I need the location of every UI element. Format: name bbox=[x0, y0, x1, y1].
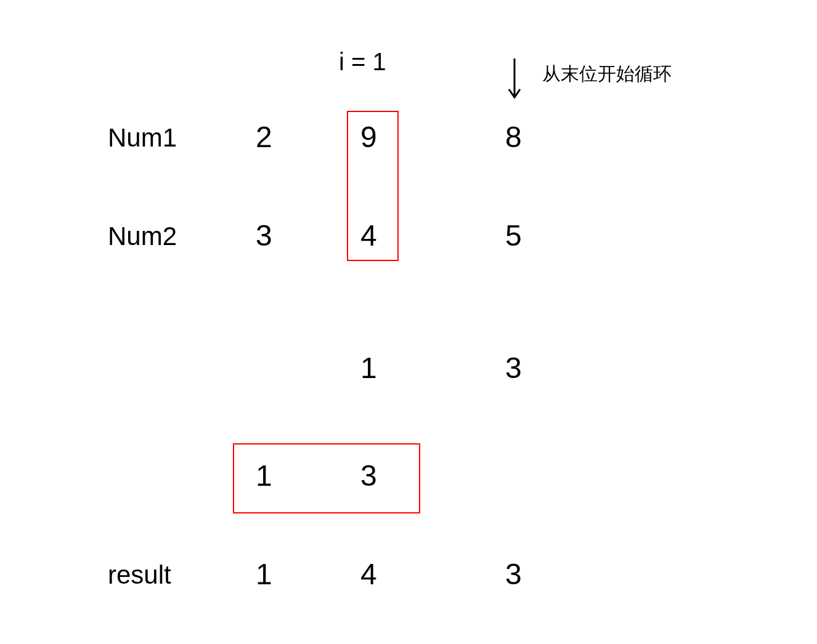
num1-digit-0: 2 bbox=[256, 120, 272, 154]
partial1-digit-1: 1 bbox=[360, 351, 377, 385]
highlight-box-partial bbox=[233, 443, 420, 513]
result-digit-2: 3 bbox=[505, 557, 522, 591]
arrow-annotation: 从末位开始循环 bbox=[542, 62, 672, 87]
index-label: i = 1 bbox=[339, 48, 386, 76]
result-digit-1: 4 bbox=[360, 557, 377, 591]
result-label: result bbox=[108, 560, 171, 590]
num1-digit-2: 8 bbox=[505, 120, 522, 154]
num1-label: Num1 bbox=[108, 123, 177, 153]
num2-digit-2: 5 bbox=[505, 219, 522, 252]
num2-digit-0: 3 bbox=[256, 219, 272, 252]
partial1-digit-2: 3 bbox=[505, 351, 522, 385]
result-digit-0: 1 bbox=[256, 557, 272, 591]
diagram-container: i = 1 从末位开始循环 Num1 2 9 8 Num2 3 4 5 1 3 … bbox=[0, 0, 817, 644]
highlight-box-column bbox=[347, 111, 399, 261]
num2-label: Num2 bbox=[108, 222, 177, 251]
arrow-down-icon bbox=[505, 55, 524, 105]
